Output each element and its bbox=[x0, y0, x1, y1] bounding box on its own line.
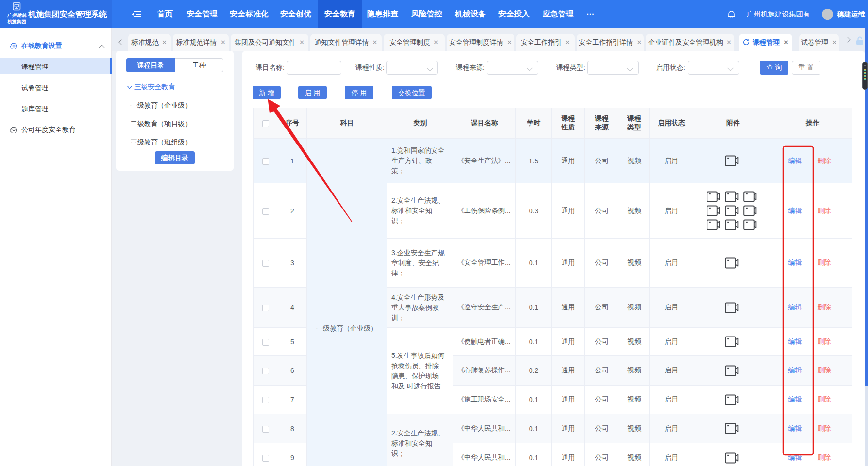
svg-text:广州建筑: 广州建筑 bbox=[7, 13, 28, 18]
svg-text:机施集团: 机施集团 bbox=[7, 19, 26, 24]
